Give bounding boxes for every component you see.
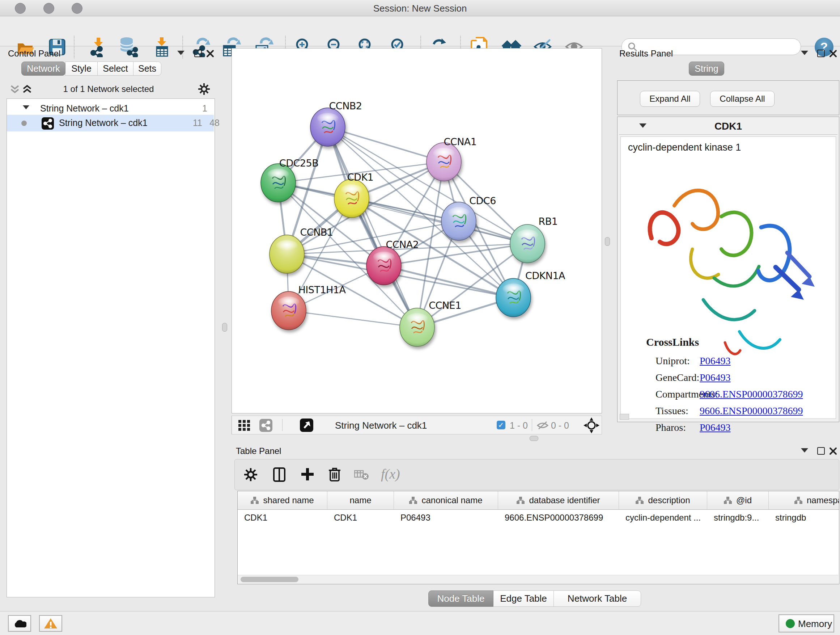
network-node-CCNE1[interactable]: CCNE1: [400, 300, 461, 347]
table-header-row: shared name name canonical name database…: [238, 491, 839, 510]
node-label-CDC25B: CDC25B: [279, 157, 318, 169]
column-header[interactable]: name: [327, 491, 394, 509]
network-options-gear-icon[interactable]: [197, 82, 210, 96]
table-toolbar: f(x): [234, 459, 839, 490]
tab-network[interactable]: Network: [21, 62, 65, 76]
network-node-CDK1[interactable]: CDK1: [334, 172, 373, 218]
network-node-CCNB1[interactable]: CCNB1: [270, 226, 333, 273]
network-selection-status: 1 of 1 Network selected: [40, 84, 177, 94]
birds-eye-view-icon[interactable]: [584, 417, 600, 433]
network-node-RB1[interactable]: RB1: [510, 216, 557, 263]
import-table-icon[interactable]: [152, 36, 172, 57]
collection-expand-icon[interactable]: [23, 105, 29, 109]
entry-gene-name: CDK1: [619, 120, 837, 132]
shared-column-icon: [724, 497, 732, 504]
selected-nodes-checkbox[interactable]: ✓: [497, 421, 505, 429]
tab-select[interactable]: Select: [97, 62, 134, 76]
delete-column-icon[interactable]: [328, 467, 341, 482]
node-table: shared name name canonical name database…: [237, 491, 839, 584]
network-node-CCNA1[interactable]: CCNA1: [426, 136, 477, 181]
network-node-count: 11: [180, 118, 202, 128]
cell-description[interactable]: cyclin-dependent ...: [619, 510, 707, 526]
collapse-all-button[interactable]: Collapse All: [710, 91, 775, 107]
collapse-all-tree-icon[interactable]: [10, 84, 19, 95]
results-panel-float-icon[interactable]: [817, 50, 825, 57]
toolbar-separator: [74, 36, 74, 58]
expand-all-tree-icon[interactable]: [22, 84, 32, 95]
column-header[interactable]: shared name: [238, 491, 327, 509]
warning-status-button[interactable]: [39, 615, 62, 632]
cell-database-identifier[interactable]: 9606.ENSP00000378699: [498, 510, 619, 526]
table-row[interactable]: CDK1 CDK1 P06493 9606.ENSP00000378699 cy…: [238, 510, 839, 526]
cell-shared-name[interactable]: CDK1: [238, 510, 327, 526]
status-bar: Memory: [0, 611, 840, 635]
node-label-CCNE1: CCNE1: [429, 300, 461, 311]
tissues-link[interactable]: 9606.ENSP00000378699: [699, 402, 803, 419]
cell-canonical-name[interactable]: P06493: [394, 510, 498, 526]
compartments-link[interactable]: 9606.ENSP00000378699: [699, 386, 803, 402]
cloud-status-button[interactable]: [8, 615, 31, 632]
network-edge-CCNB2-CCNA1[interactable]: [328, 127, 444, 162]
bottom-splitter-handle[interactable]: [530, 436, 538, 441]
result-entry-header[interactable]: CDK1: [619, 119, 837, 135]
network-row[interactable]: String Network – cdk1 11 48: [7, 115, 214, 131]
cell-namespace[interactable]: stringdb: [769, 510, 839, 526]
tab-node-table[interactable]: Node Table: [428, 591, 493, 607]
column-header[interactable]: @id: [707, 491, 769, 509]
table-tabs: Node Table Edge Table Network Table: [429, 591, 641, 607]
memory-label: Memory: [798, 618, 832, 630]
scrollbar-thumb[interactable]: [240, 577, 298, 582]
table-horizontal-scrollbar[interactable]: [238, 575, 838, 584]
table-panel-close-icon[interactable]: [829, 447, 837, 455]
node-label-CCNB2: CCNB2: [329, 100, 362, 111]
network-label: String Network – cdk1: [59, 118, 148, 128]
memory-button[interactable]: Memory: [778, 614, 834, 632]
control-panel-close-icon[interactable]: [206, 50, 214, 57]
results-panel-menu-icon[interactable]: [801, 51, 808, 55]
network-view-title: String Network – cdk1: [335, 420, 427, 431]
hidden-count: 0 - 0: [551, 420, 569, 431]
uniprot-link[interactable]: P06493: [699, 353, 803, 369]
tab-style[interactable]: Style: [65, 62, 98, 76]
tab-edge-table[interactable]: Edge Table: [493, 591, 554, 607]
control-panel-menu-icon[interactable]: [177, 51, 185, 55]
import-network-from-database-icon[interactable]: [118, 36, 139, 57]
tab-sets[interactable]: Sets: [133, 62, 161, 76]
add-column-icon[interactable]: [301, 467, 314, 481]
main-toolbar: ?: [0, 16, 840, 46]
warning-icon: [44, 618, 57, 629]
table-panel-float-icon[interactable]: [817, 447, 825, 455]
pharos-link[interactable]: P06493: [699, 419, 803, 436]
network-node-CDKN1A[interactable]: CDKN1A: [496, 270, 565, 317]
network-node-CCNB2[interactable]: CCNB2: [310, 100, 362, 146]
cell-id[interactable]: stringdb:9...: [707, 510, 769, 526]
column-header[interactable]: description: [619, 491, 707, 509]
table-options-gear-icon[interactable]: [243, 467, 258, 482]
control-panel-float-icon[interactable]: [194, 50, 202, 57]
network-collection-row[interactable]: String Network – cdk1 1: [7, 101, 214, 116]
network-edge-CCNE1-HIST1H1A[interactable]: [289, 310, 417, 327]
grid-view-icon[interactable]: [238, 420, 251, 431]
network-edge-CCNB2-CCNE1[interactable]: [328, 127, 417, 327]
left-splitter-handle[interactable]: [222, 323, 227, 332]
detach-view-icon[interactable]: [300, 418, 313, 432]
network-node-HIST1H1A[interactable]: HIST1H1A: [271, 284, 346, 330]
genecard-link[interactable]: P06493: [699, 369, 803, 386]
crosslinks-values: P06493 P06493 9606.ENSP00000378699 9606.…: [699, 353, 803, 436]
right-splitter-handle[interactable]: [605, 237, 610, 246]
results-panel-close-icon[interactable]: [829, 50, 837, 57]
expand-all-button[interactable]: Expand All: [640, 91, 700, 107]
column-header[interactable]: canonical name: [394, 491, 498, 509]
show-columns-icon[interactable]: [273, 467, 286, 482]
node-label-CCNA1: CCNA1: [444, 136, 477, 147]
tab-network-table[interactable]: Network Table: [554, 591, 641, 607]
column-header[interactable]: namespace: [769, 491, 839, 509]
column-header[interactable]: database identifier: [498, 491, 619, 509]
table-panel-menu-icon[interactable]: [801, 448, 808, 453]
cell-name[interactable]: CDK1: [327, 510, 394, 526]
network-share-icon[interactable]: [259, 419, 272, 432]
shared-column-icon: [251, 497, 259, 504]
tab-string[interactable]: String: [689, 62, 724, 76]
import-network-icon[interactable]: [89, 37, 108, 57]
results-scroll-corner: [620, 414, 629, 420]
